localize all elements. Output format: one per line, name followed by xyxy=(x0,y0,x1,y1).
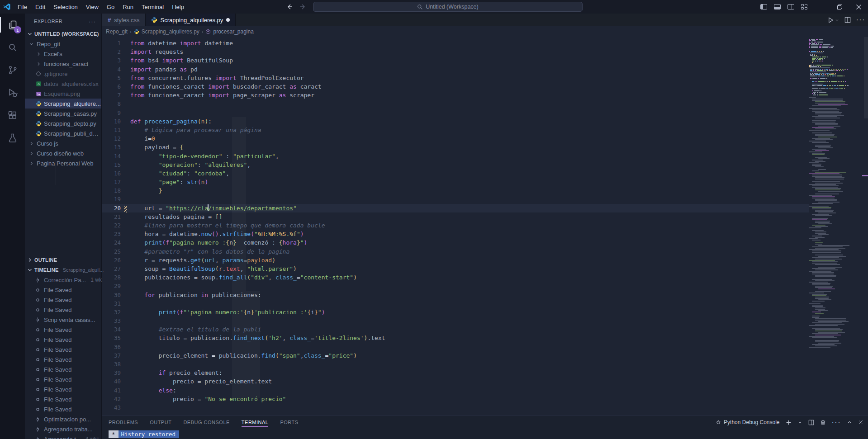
line-number[interactable]: 25 xyxy=(102,248,130,255)
line-number[interactable]: 13 xyxy=(102,144,130,151)
terminal-instance-label[interactable]: Python Debug Console xyxy=(715,419,779,425)
code-line[interactable]: 22 #linea para mostrar el timepo que dem… xyxy=(102,221,809,230)
line-number[interactable]: 32 xyxy=(102,309,130,316)
timeline-item[interactable]: File Saved xyxy=(25,354,101,364)
timeline-item[interactable]: File Saved xyxy=(25,404,101,414)
panel-tab-terminal[interactable]: TERMINAL xyxy=(242,417,269,428)
forward-arrow-icon[interactable] xyxy=(299,3,307,10)
menu-edit[interactable]: Edit xyxy=(31,0,49,14)
code-line[interactable]: 12 i=0 xyxy=(102,134,809,143)
tab-styles-css[interactable]: # styles.css xyxy=(102,14,146,26)
tree-item[interactable]: Scrapping_alquilere... xyxy=(25,99,101,109)
code-line[interactable]: 13 payload = { xyxy=(102,143,809,151)
line-number[interactable]: 2 xyxy=(102,48,130,55)
line-number[interactable]: 27 xyxy=(102,265,130,272)
line-number[interactable]: 43 xyxy=(102,404,130,411)
line-number[interactable]: 41 xyxy=(102,387,130,394)
menu-view[interactable]: View xyxy=(82,0,103,14)
code-line[interactable]: 36 xyxy=(102,343,809,351)
timeline-item[interactable]: File Saved xyxy=(25,285,101,295)
line-number[interactable]: 24 xyxy=(102,239,130,246)
kill-terminal-icon[interactable] xyxy=(820,420,826,425)
code-line[interactable]: 24 print(f"pagina numero :{n}--comenzó :… xyxy=(102,238,809,247)
explorer-icon[interactable]: 1 xyxy=(0,14,25,36)
line-number[interactable]: 36 xyxy=(102,344,130,350)
breadcrumb-folder[interactable]: Repo_git xyxy=(106,28,128,35)
code-line[interactable]: 10def procesar_pagina(n): xyxy=(102,117,809,126)
code-line[interactable]: 16 "ciudad": "cordoba", xyxy=(102,169,809,178)
code-line[interactable]: 37 precio_element = publicacion.find("sp… xyxy=(102,351,809,360)
code-line[interactable]: 28 publicaciones = soup.find_all("div", … xyxy=(102,273,809,282)
line-number[interactable]: 29 xyxy=(102,283,130,289)
editor-scrollbar[interactable] xyxy=(864,37,868,415)
panel-tab-problems[interactable]: PROBLEMS xyxy=(109,417,138,428)
code-line[interactable]: 26 r = requests.get(url, params=payload) xyxy=(102,256,809,264)
split-terminal-icon[interactable] xyxy=(808,420,814,425)
run-python-file-icon[interactable] xyxy=(827,17,839,24)
line-number[interactable]: 7 xyxy=(102,92,130,99)
line-number[interactable]: 42 xyxy=(102,396,130,402)
timeline-item[interactable]: Corrección Pa...1 wk xyxy=(25,275,101,285)
outline-section-header[interactable]: OUTLINE xyxy=(25,255,101,265)
code-line[interactable]: 38 xyxy=(102,360,809,368)
line-number[interactable]: 10 xyxy=(102,118,130,125)
line-number[interactable]: 23 xyxy=(102,231,130,237)
line-number[interactable]: 35 xyxy=(102,335,130,341)
code-editor[interactable]: 1from datetime import datetime2import re… xyxy=(102,37,868,415)
line-number[interactable]: 5 xyxy=(102,75,130,81)
breadcrumb-file[interactable]: Scrapping_alquileres.py xyxy=(142,28,199,35)
toggle-panel-icon[interactable] xyxy=(770,0,784,14)
explorer-more-actions-icon[interactable]: ··· xyxy=(89,18,96,25)
code-line[interactable]: 14 "tipo-de-vendedor" : "particular", xyxy=(102,151,809,160)
code-line[interactable]: 31 xyxy=(102,299,809,308)
code-line[interactable]: 30 for publicacion in publicaciones: xyxy=(102,290,809,299)
code-line[interactable]: 19 xyxy=(102,195,809,203)
line-number[interactable]: 9 xyxy=(102,109,130,116)
line-number[interactable]: 37 xyxy=(102,352,130,359)
timeline-item[interactable]: File Saved xyxy=(25,394,101,404)
code-line[interactable]: 32 print(f"'pagina numero:'{n}'publicaci… xyxy=(102,308,809,316)
command-center[interactable]: Untitled (Workspace) xyxy=(313,2,583,12)
tree-item[interactable]: Scrapping_publi_def... xyxy=(25,128,101,138)
timeline-item[interactable]: File Saved xyxy=(25,325,101,335)
minimap[interactable] xyxy=(809,39,864,415)
line-number[interactable]: 12 xyxy=(102,135,130,142)
code-line[interactable]: 18 } xyxy=(102,186,809,195)
panel-more-icon[interactable]: ··· xyxy=(832,418,841,426)
timeline-item[interactable]: Optimizacion po... xyxy=(25,414,101,424)
timeline-item[interactable]: Scrip venta casas... xyxy=(25,315,101,325)
code-line[interactable]: 25 #parametro "r" con los datos de la pa… xyxy=(102,247,809,256)
code-line[interactable]: 40 precio = precio_element.text xyxy=(102,377,809,386)
tree-item[interactable]: datos_alquileres.xlsx xyxy=(25,79,101,89)
code-line[interactable]: 35 titulo = publicacion.find_next('h2', … xyxy=(102,334,809,342)
code-line[interactable]: 2import requests xyxy=(102,47,809,56)
search-sidebar-icon[interactable] xyxy=(0,36,25,59)
code-line[interactable]: 34 #extrae el titulo de la publi xyxy=(102,325,809,334)
modified-dot-icon[interactable] xyxy=(226,18,230,22)
code-line[interactable]: 11 # Lógica para procesar una página xyxy=(102,126,809,134)
timeline-item[interactable]: File Saved xyxy=(25,335,101,345)
tree-item[interactable]: Curso js xyxy=(25,138,101,148)
menu-go[interactable]: Go xyxy=(103,0,119,14)
run-and-debug-icon[interactable] xyxy=(0,81,25,104)
tree-item[interactable]: Excel's xyxy=(25,49,101,59)
line-number[interactable]: 15 xyxy=(102,161,130,168)
line-number[interactable]: 14 xyxy=(102,153,130,160)
menu-selection[interactable]: Selection xyxy=(49,0,81,14)
panel-tab-output[interactable]: OUTPUT xyxy=(150,417,171,428)
menu-run[interactable]: Run xyxy=(119,0,138,14)
close-panel-icon[interactable] xyxy=(858,420,863,425)
tree-item[interactable]: Repo_git xyxy=(25,39,101,49)
line-number[interactable]: 8 xyxy=(102,100,130,107)
line-number[interactable]: 4 xyxy=(102,66,130,73)
code-line[interactable]: 9 xyxy=(102,109,809,117)
line-number[interactable]: 30 xyxy=(102,292,130,298)
line-number[interactable]: 26 xyxy=(102,257,130,264)
line-number[interactable]: 39 xyxy=(102,369,130,376)
maximize-panel-icon[interactable] xyxy=(847,420,852,425)
code-line[interactable]: 43 xyxy=(102,403,809,412)
new-terminal-icon[interactable] xyxy=(786,420,792,425)
timeline-item[interactable]: File Saved xyxy=(25,384,101,394)
line-number[interactable]: 3 xyxy=(102,57,130,64)
customize-layout-icon[interactable] xyxy=(797,0,811,14)
